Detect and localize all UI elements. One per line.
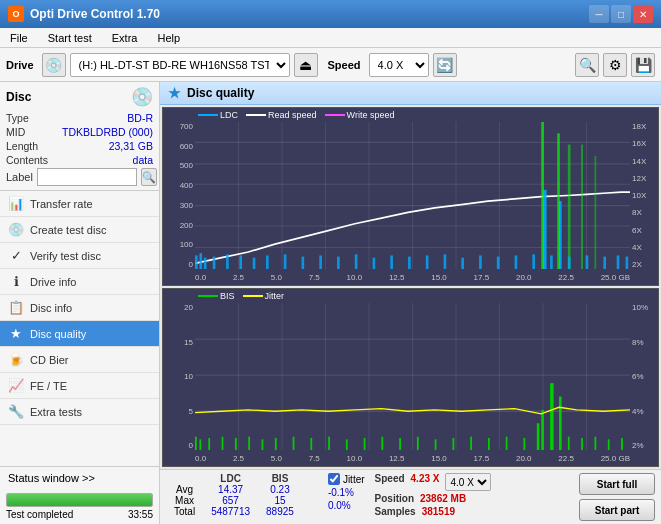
svg-rect-86 — [559, 397, 562, 450]
jitter-avg: -0.1% — [328, 487, 365, 498]
disc-contents-label: Contents — [6, 154, 48, 166]
svg-rect-64 — [199, 439, 201, 450]
svg-rect-93 — [621, 438, 623, 450]
nav-item-disc-info[interactable]: 📋Disc info — [0, 295, 159, 321]
app-icon: O — [8, 6, 24, 22]
jitter-stats: Jitter -0.1% 0.0% — [328, 473, 365, 511]
disc-scan-button[interactable]: 🔍 — [575, 53, 599, 77]
start-full-button[interactable]: Start full — [579, 473, 655, 495]
progress-bar-inner — [7, 494, 152, 506]
nav-label-disc-info: Disc info — [30, 302, 72, 314]
svg-rect-76 — [381, 437, 383, 450]
save-button[interactable]: 💾 — [631, 53, 655, 77]
settings-button[interactable]: ⚙ — [603, 53, 627, 77]
maximize-button[interactable]: □ — [611, 5, 631, 23]
disc-contents-row: Contents data — [6, 154, 153, 166]
minimize-button[interactable]: ─ — [589, 5, 609, 23]
toolbar: Drive 💿 (H:) HL-DT-ST BD-RE WH16NS58 TST… — [0, 48, 661, 82]
nav-icon-disc-quality: ★ — [8, 326, 24, 341]
chart1-plot — [195, 122, 630, 269]
status-section: Status window >> Test completed 33:55 — [0, 466, 159, 524]
samples-row: Samples 381519 — [375, 506, 492, 517]
svg-rect-47 — [586, 255, 589, 269]
svg-rect-32 — [444, 254, 447, 269]
nav-label-cd-bier: CD Bier — [30, 354, 69, 366]
nav-item-fe-te[interactable]: 📈FE / TE — [0, 373, 159, 399]
chart1-legend: LDC Read speed Write speed — [198, 110, 394, 120]
svg-rect-36 — [515, 255, 518, 269]
legend-read-speed-label: Read speed — [268, 110, 317, 120]
svg-rect-29 — [390, 255, 393, 269]
panel-icon: ★ — [168, 85, 181, 101]
stats-avg-ldc: 14.37 — [203, 484, 258, 495]
legend-bis-label: BIS — [220, 291, 235, 301]
nav-item-create-test-disc[interactable]: 💿Create test disc — [0, 217, 159, 243]
nav-item-drive-info[interactable]: ℹDrive info — [0, 269, 159, 295]
chart2-y-axis-left: 20151050 — [163, 303, 195, 450]
disc-mid-label: MID — [6, 126, 25, 138]
titlebar: O Opti Drive Control 1.70 ─ □ ✕ — [0, 0, 661, 28]
nav-icon-disc-info: 📋 — [8, 300, 24, 315]
nav-items: 📊Transfer rate💿Create test disc✓Verify t… — [0, 191, 159, 425]
nav-item-cd-bier[interactable]: 🍺CD Bier — [0, 347, 159, 373]
panel-title: Disc quality — [187, 86, 254, 100]
nav-label-transfer-rate: Transfer rate — [30, 198, 93, 210]
status-window-button[interactable]: Status window >> — [0, 466, 159, 489]
stats-header-ldc: LDC — [203, 473, 258, 484]
titlebar-controls[interactable]: ─ □ ✕ — [589, 5, 653, 23]
start-buttons: Start full Start part — [579, 473, 655, 521]
jitter-checkbox[interactable] — [328, 473, 340, 485]
jitter-header: Jitter — [328, 473, 365, 485]
menu-start-test[interactable]: Start test — [42, 31, 98, 45]
svg-rect-66 — [222, 437, 224, 450]
chart1-y-axis-left: 7006005004003002001000 — [163, 122, 195, 269]
disc-label-input[interactable] — [37, 168, 137, 186]
nav-item-verify-test-disc[interactable]: ✓Verify test disc — [0, 243, 159, 269]
svg-rect-35 — [497, 257, 500, 269]
charts-container: LDC Read speed Write speed 7006005004003… — [160, 105, 661, 469]
svg-rect-85 — [550, 383, 554, 450]
svg-rect-22 — [266, 255, 269, 269]
speed-select[interactable]: 4.0 X — [369, 53, 429, 77]
position-value: 23862 MB — [420, 493, 466, 504]
refresh-button[interactable]: 🔄 — [433, 53, 457, 77]
nav-item-disc-quality[interactable]: ★Disc quality — [0, 321, 159, 347]
stats-total-bis: 88925 — [258, 506, 302, 517]
svg-rect-23 — [284, 254, 287, 269]
drive-select[interactable]: (H:) HL-DT-ST BD-RE WH16NS58 TST4 — [70, 53, 290, 77]
svg-rect-88 — [537, 423, 540, 450]
start-part-button[interactable]: Start part — [579, 499, 655, 521]
disc-header: Disc 💿 — [6, 86, 153, 108]
nav-item-transfer-rate[interactable]: 📊Transfer rate — [0, 191, 159, 217]
nav-item-extra-tests[interactable]: 🔧Extra tests — [0, 399, 159, 425]
stats-table: LDC BIS Avg 14.37 0.23 Max 657 15 — [166, 473, 318, 517]
chart2-x-axis: 0.02.55.07.510.012.515.017.520.022.525.0… — [195, 450, 630, 466]
app-title: Opti Drive Control 1.70 — [30, 7, 160, 21]
eject-button[interactable]: ⏏ — [294, 53, 318, 77]
close-button[interactable]: ✕ — [633, 5, 653, 23]
menu-help[interactable]: Help — [151, 31, 186, 45]
menu-file[interactable]: File — [4, 31, 34, 45]
svg-rect-15 — [195, 255, 198, 269]
menu-extra[interactable]: Extra — [106, 31, 144, 45]
disc-type-row: Type BD-R — [6, 112, 153, 124]
svg-rect-87 — [541, 410, 544, 450]
sidebar: Disc 💿 Type BD-R MID TDKBLDRBD (000) Len… — [0, 82, 160, 524]
legend-write-speed-label: Write speed — [347, 110, 395, 120]
legend-read-speed: Read speed — [246, 110, 317, 120]
svg-rect-65 — [208, 438, 210, 450]
stats-max-row: Max 657 15 — [166, 495, 318, 506]
svg-rect-78 — [417, 437, 419, 450]
main-layout: Disc 💿 Type BD-R MID TDKBLDRBD (000) Len… — [0, 82, 661, 524]
panel-header: ★ Disc quality — [160, 82, 661, 105]
svg-rect-74 — [346, 439, 348, 450]
disc-label-button[interactable]: 🔍 — [141, 168, 157, 186]
nav-label-create-test-disc: Create test disc — [30, 224, 106, 236]
nav-icon-transfer-rate: 📊 — [8, 196, 24, 211]
speed-dropdown[interactable]: 4.0 X — [445, 473, 491, 491]
stats-avg-label: Avg — [166, 484, 203, 495]
svg-rect-90 — [581, 438, 583, 450]
svg-rect-43 — [568, 145, 571, 269]
nav-icon-verify-test-disc: ✓ — [8, 248, 24, 263]
speed-pos-value: 4.23 X — [411, 473, 440, 491]
